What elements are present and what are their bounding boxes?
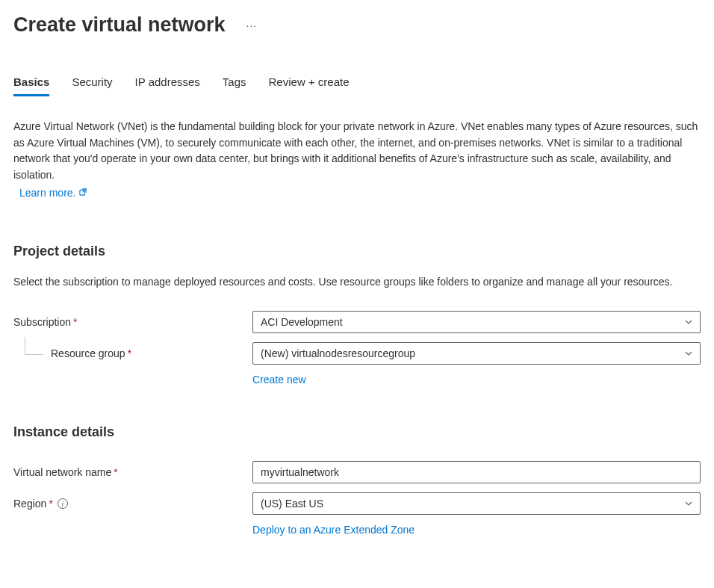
required-indicator: * — [73, 316, 77, 328]
tabs-bar: Basics Security IP addresses Tags Review… — [13, 75, 701, 96]
external-link-icon — [78, 187, 87, 199]
intro-description: Azure Virtual Network (VNet) is the fund… — [13, 119, 701, 184]
page-title: Create virtual network — [13, 13, 226, 37]
tab-review-create[interactable]: Review + create — [269, 75, 350, 96]
required-indicator: * — [128, 347, 131, 359]
vnet-name-input[interactable] — [252, 461, 701, 483]
vnet-name-label: Virtual network name — [13, 466, 111, 478]
resource-group-label: Resource group — [51, 347, 125, 359]
create-new-resource-group-link[interactable]: Create new — [252, 374, 306, 386]
required-indicator: * — [114, 466, 117, 478]
subscription-label: Subscription — [13, 316, 71, 328]
more-icon[interactable]: ··· — [246, 19, 258, 31]
tab-security[interactable]: Security — [72, 75, 112, 96]
learn-more-label: Learn more. — [19, 187, 75, 199]
project-details-title: Project details — [13, 244, 701, 259]
resource-group-select[interactable]: (New) virtualnodesresourcegroup — [252, 342, 701, 365]
instance-details-title: Instance details — [13, 424, 701, 440]
project-details-description: Select the subscription to manage deploy… — [13, 274, 701, 291]
info-icon[interactable]: i — [58, 498, 68, 509]
deploy-extended-zone-link[interactable]: Deploy to an Azure Extended Zone — [252, 524, 415, 536]
region-select[interactable]: (US) East US — [252, 492, 701, 515]
learn-more-link[interactable]: Learn more. — [19, 187, 87, 199]
tree-connector — [25, 337, 43, 355]
tab-basics[interactable]: Basics — [13, 75, 49, 96]
required-indicator: * — [49, 498, 52, 510]
subscription-select[interactable]: ACI Development — [252, 311, 701, 333]
tab-ip-addresses[interactable]: IP addresses — [135, 75, 200, 96]
tab-tags[interactable]: Tags — [223, 75, 246, 96]
region-label: Region — [13, 498, 46, 510]
